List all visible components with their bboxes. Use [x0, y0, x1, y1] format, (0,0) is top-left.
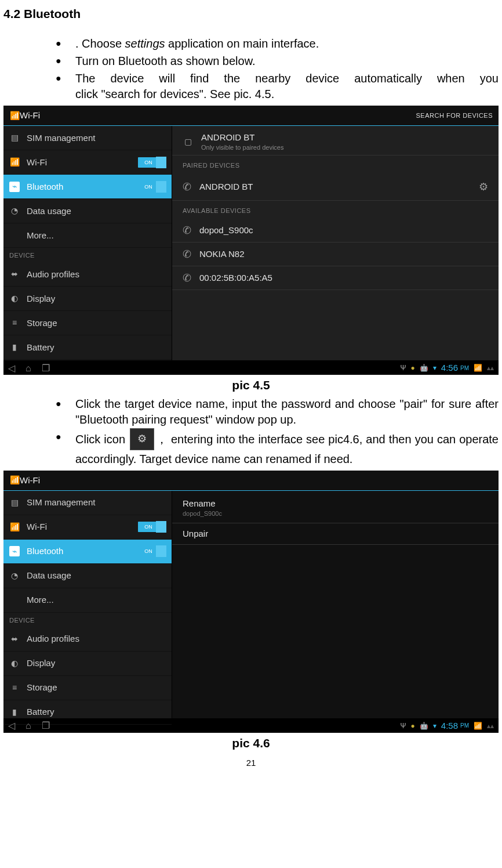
wifi-toggle[interactable]: ON	[138, 522, 166, 532]
settings-sidebar: ▤SIM management 📶Wi-FiON ⌁BluetoothON ◔D…	[3, 491, 172, 718]
recent-button[interactable]: ❐	[42, 362, 50, 375]
usb-icon: Ψ	[401, 363, 406, 372]
bluetooth-icon: ⌁	[9, 546, 20, 556]
available-device-row[interactable]: 00:02:5B:00:A5:A5	[172, 266, 499, 290]
option-subtitle: dopod_S900c	[183, 509, 488, 518]
sidebar-label: Wi-Fi	[27, 521, 47, 533]
status-icons: Ψ ● 🤖 ▾ 4:58PM 📶 ▴▴	[401, 720, 494, 732]
sidebar-item-audio[interactable]: ⬌Audio profiles	[3, 262, 172, 287]
back-button[interactable]: ◁	[8, 719, 15, 732]
back-button[interactable]: ◁	[8, 362, 15, 375]
sidebar-label: Display	[27, 657, 55, 669]
bullet-text: Click icon	[75, 433, 129, 446]
sidebar-item-bluetooth[interactable]: ⌁BluetoothON	[3, 175, 172, 199]
device-name: 00:02:5B:00:A5:A5	[199, 272, 272, 284]
device-options-pane: Rename dopod_S900c Unpair	[172, 491, 499, 718]
android-icon: 🤖	[420, 363, 428, 372]
clock-pm: PM	[460, 722, 469, 730]
android-icon: 🤖	[420, 721, 428, 730]
wifi-icon: 📶	[9, 157, 20, 168]
bullet-item: The device will find the nearby device a…	[56, 71, 499, 102]
sidebar-label: Bluetooth	[27, 181, 63, 193]
sidebar-item-data-usage[interactable]: ◔Data usage	[3, 199, 172, 223]
sidebar-label: Storage	[27, 317, 57, 329]
download-icon: ▾	[433, 721, 436, 730]
sidebar-item-audio[interactable]: ⬌Audio profiles	[3, 627, 172, 652]
search-for-devices-button[interactable]: SEARCH FOR DEVICES	[416, 111, 493, 120]
available-device-row[interactable]: NOKIA N82	[172, 243, 499, 266]
sidebar-item-more[interactable]: More...	[3, 223, 172, 248]
action-bar: 📶 Wi-Fi SEARCH FOR DEVICES	[3, 106, 499, 126]
rename-option[interactable]: Rename dopod_S900c	[172, 493, 499, 523]
bullet-item: Turn on Bluetooth as shown below.	[56, 53, 499, 69]
phone-icon	[183, 223, 191, 237]
option-title: Unpair	[183, 528, 488, 540]
signal-icon: ▴▴	[487, 363, 494, 372]
screen-title: Wi-Fi	[20, 475, 40, 486]
sidebar-item-sim[interactable]: ▤SIM management	[3, 491, 172, 515]
bullet-list-top: . Choose settings application on main in…	[3, 36, 499, 102]
bullet-list-mid: Click the target device name, input the …	[3, 396, 499, 467]
sidebar-item-more[interactable]: More...	[3, 588, 172, 613]
sidebar-item-bluetooth[interactable]: ⌁BluetoothON	[3, 540, 172, 564]
sidebar-item-wifi[interactable]: 📶Wi-FiON	[3, 150, 172, 175]
settings-sidebar: ▤SIM management 📶Wi-FiON ⌁BluetoothON ◔D…	[3, 126, 172, 360]
sidebar-item-storage[interactable]: ≡Storage	[3, 676, 172, 700]
sidebar-item-battery[interactable]: ▮Battery	[3, 335, 172, 360]
settings-icon[interactable]: ⚙	[479, 180, 488, 194]
sidebar-header-device: DEVICE	[3, 613, 172, 627]
bluetooth-toggle[interactable]: ON	[138, 182, 166, 192]
bullet-item: Click icon ⚙， entering into the interfac…	[56, 429, 499, 467]
sidebar-label: Storage	[27, 682, 57, 693]
page-number: 21	[3, 757, 499, 769]
usb-icon: Ψ	[401, 721, 406, 730]
wifi-toggle[interactable]: ON	[138, 157, 166, 168]
wifi-icon: 📶	[9, 475, 20, 486]
section-title: 4.2 Bluetooth	[3, 6, 499, 22]
data-usage-icon: ◔	[9, 570, 20, 581]
wifi-icon: 📶	[9, 110, 20, 121]
wifi-icon: 📶	[9, 522, 20, 532]
wifi-status-icon: 📶	[474, 363, 482, 372]
audio-icon: ⬌	[9, 269, 20, 280]
wifi-status-icon: 📶	[474, 721, 482, 730]
sidebar-item-sim[interactable]: ▤SIM management	[3, 126, 172, 150]
figure-caption: pic 4.5	[3, 377, 499, 393]
status-dot-icon: ●	[411, 363, 415, 372]
bluetooth-devices-pane: ▢ ANDROID BT Only visible to paired devi…	[172, 126, 499, 360]
more-icon	[9, 595, 20, 605]
option-title: Rename	[183, 498, 488, 509]
data-usage-icon: ◔	[9, 206, 20, 216]
bluetooth-toggle[interactable]: ON	[138, 546, 166, 556]
sidebar-item-display[interactable]: ◐Display	[3, 287, 172, 311]
sidebar-item-display[interactable]: ◐Display	[3, 652, 172, 676]
screenshot-pic-4-6: 📶 Wi-Fi ▤SIM management 📶Wi-FiON ⌁Blueto…	[3, 471, 499, 733]
battery-icon: ▮	[9, 707, 20, 717]
sidebar-item-storage[interactable]: ≡Storage	[3, 311, 172, 335]
figure-caption: pic 4.6	[3, 735, 499, 751]
sidebar-label: Battery	[27, 706, 54, 718]
own-device-row[interactable]: ▢ ANDROID BT Only visible to paired devi…	[172, 128, 499, 155]
display-icon: ◐	[9, 658, 20, 668]
home-button[interactable]: ⌂	[26, 362, 31, 375]
sidebar-item-wifi[interactable]: 📶Wi-FiON	[3, 515, 172, 540]
paired-device-row[interactable]: ANDROID BT ⚙	[172, 173, 499, 201]
display-icon: ◐	[9, 294, 20, 304]
device-name: NOKIA N82	[199, 248, 245, 260]
sidebar-label: More...	[27, 594, 54, 606]
bullet-text: application on main interface.	[165, 37, 319, 50]
sidebar-label: SIM management	[27, 132, 95, 144]
status-dot-icon: ●	[411, 721, 415, 730]
sidebar-item-data-usage[interactable]: ◔Data usage	[3, 564, 172, 588]
bullet-item: . Choose settings application on main in…	[56, 36, 499, 52]
home-button[interactable]: ⌂	[26, 719, 31, 732]
unpair-option[interactable]: Unpair	[172, 523, 499, 545]
available-device-row[interactable]: dopod_S900c	[172, 219, 499, 243]
recent-button[interactable]: ❐	[42, 719, 50, 732]
device-name: ANDROID BT	[201, 132, 283, 143]
clock-pm: PM	[460, 364, 469, 372]
sidebar-label: Bluetooth	[27, 545, 63, 557]
bullet-text: . Choose	[75, 37, 125, 50]
sidebar-label: Audio profiles	[27, 269, 79, 280]
device-name: dopod_S900c	[199, 225, 253, 236]
